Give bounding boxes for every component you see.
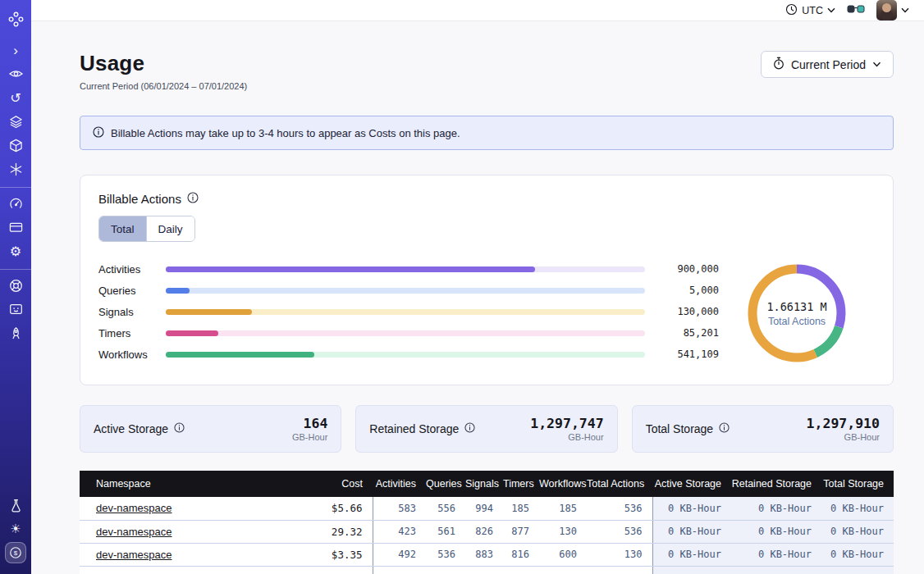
timezone-dropdown[interactable]: UTC — [785, 3, 835, 18]
temporal-logo-icon[interactable] — [5, 8, 26, 30]
col-header-retained-storage: Retained Storage — [731, 471, 821, 497]
namespace-link[interactable]: dev-namespace — [96, 526, 172, 538]
banner-text: Billable Actions may take up to 3-4 hour… — [111, 127, 460, 139]
avatar[interactable] — [876, 0, 897, 20]
donut-chart: 1.66131 M Total Actions — [719, 258, 875, 368]
total-storage-value: 1,297,910 — [807, 416, 880, 431]
bar-row-activities: Activities 900,000 — [98, 262, 719, 276]
bar-label: Activities — [98, 263, 166, 276]
tab-daily[interactable]: Daily — [146, 216, 194, 241]
cell-signals: 883 — [465, 543, 503, 566]
page-subtitle: Current Period (06/01/2024 – 07/01/2024) — [80, 81, 247, 91]
bar-track — [166, 330, 645, 336]
chevron-down-icon — [872, 61, 881, 67]
period-selector-button[interactable]: Current Period — [761, 51, 894, 78]
sidebar-nav: › ↺ — [0, 0, 31, 574]
svg-text:$: $ — [14, 549, 18, 557]
bar-row-queries: Queries 5,000 — [98, 283, 719, 298]
active-storage-card: Active Storage 164 GB-Hour — [80, 405, 341, 453]
glasses-icon[interactable] — [847, 3, 865, 18]
cell-workflows: 185 — [539, 497, 587, 520]
bar-label: Workflows — [98, 348, 166, 361]
clock-icon — [785, 3, 798, 18]
cell-activities: 492 — [373, 543, 426, 566]
info-icon[interactable] — [187, 192, 199, 206]
tab-total[interactable]: Total — [99, 216, 146, 241]
layers-icon[interactable] — [5, 111, 26, 132]
history-icon[interactable]: ↺ — [5, 87, 26, 108]
user-menu[interactable] — [876, 0, 909, 20]
bar-track — [166, 288, 645, 294]
eye-icon[interactable] — [5, 63, 26, 84]
cell-activities — [373, 566, 426, 574]
cell-activities: 423 — [373, 520, 426, 543]
namespace-usage-table: Namespace Cost Activities Queries Signal… — [80, 471, 894, 574]
cell-queries: 556 — [426, 497, 465, 520]
bar-track — [166, 309, 645, 315]
active-storage-label: Active Storage — [94, 422, 168, 435]
namespace-link[interactable]: dev-namespace — [96, 549, 172, 561]
bar-track — [166, 352, 645, 358]
cell-cost — [311, 566, 373, 574]
bar-label: Signals — [98, 306, 166, 318]
lifebuoy-icon[interactable] — [5, 275, 26, 296]
col-header-active-storage: Active Storage — [652, 471, 731, 497]
cell-activities: 583 — [373, 497, 426, 520]
bar-row-workflows: Workflows 541,109 — [98, 347, 719, 362]
topbar: UTC — [31, 0, 924, 21]
cell-active-storage: 0 KB-Hour — [652, 497, 731, 520]
dollar-coin-icon[interactable]: $ — [5, 542, 26, 563]
col-header-workflows: Workflows — [539, 471, 587, 497]
cell-signals: 994 — [465, 497, 503, 520]
cell-total-storage — [821, 566, 894, 574]
cell-signals — [465, 566, 503, 574]
gear-icon[interactable]: ⚙ — [5, 240, 26, 262]
gauge-icon[interactable] — [5, 193, 26, 214]
chevron-down-icon — [827, 7, 835, 13]
sun-icon[interactable]: ☀ — [5, 518, 26, 540]
col-header-total-storage: Total Storage — [821, 471, 894, 497]
monitor-face-icon[interactable] — [5, 298, 26, 320]
table-row-partial: dev-namespace — [80, 566, 894, 574]
bar-value: 541,109 — [658, 348, 719, 360]
total-storage-unit: GB-Hour — [807, 432, 880, 442]
cell-retained-storage: 0 KB-Hour — [731, 543, 821, 566]
namespace-link[interactable]: dev-namespace — [96, 502, 172, 514]
stopwatch-icon — [773, 57, 784, 72]
table-header-row: Namespace Cost Activities Queries Signal… — [80, 471, 894, 497]
bar-fill — [166, 288, 190, 294]
retained-storage-value: 1,297,747 — [530, 416, 603, 431]
bar-fill — [166, 266, 535, 272]
cell-total-actions — [587, 566, 652, 574]
cell-cost: 29.32 — [311, 520, 373, 543]
bar-track — [166, 266, 645, 272]
bar-value: 5,000 — [658, 285, 719, 296]
main-area: UTC Usage Current Period (06/01/2024 – — [31, 0, 924, 574]
info-icon[interactable] — [464, 422, 475, 435]
cube-icon[interactable] — [5, 134, 26, 156]
credit-card-icon[interactable] — [5, 216, 26, 238]
sidebar-divider — [0, 187, 31, 188]
info-icon[interactable] — [719, 422, 730, 435]
flask-icon[interactable] — [5, 494, 26, 516]
collapse-chevron-icon[interactable]: › — [5, 39, 26, 61]
bar-row-timers: Timers 85,201 — [98, 326, 719, 340]
cell-workflows: 600 — [539, 543, 587, 566]
cell-total-storage: 0 KB-Hour — [821, 543, 894, 566]
info-icon — [93, 126, 104, 140]
col-header-timers: Timers — [503, 471, 539, 497]
table-row: dev-namespace $5.66 583 556 994 185 185 … — [80, 497, 894, 520]
asterisk-icon[interactable] — [5, 158, 26, 180]
donut-total-value: 1.66131 M — [766, 300, 826, 313]
content: Usage Current Period (06/01/2024 – 07/01… — [31, 21, 924, 574]
app-root: › ↺ — [0, 0, 924, 574]
rocket-icon[interactable] — [5, 322, 26, 344]
retained-storage-card: Retained Storage 1,297,747 GB-Hour — [355, 405, 617, 453]
cell-active-storage: 0 KB-Hour — [652, 520, 731, 543]
timezone-label: UTC — [802, 5, 823, 16]
retained-storage-label: Retained Storage — [369, 422, 459, 435]
billable-chart: Activities 900,000 Queries 5,000 Signals — [98, 258, 875, 368]
cell-total-actions: 130 — [587, 543, 652, 566]
info-icon[interactable] — [174, 422, 185, 435]
info-banner: Billable Actions may take up to 3-4 hour… — [80, 116, 894, 150]
